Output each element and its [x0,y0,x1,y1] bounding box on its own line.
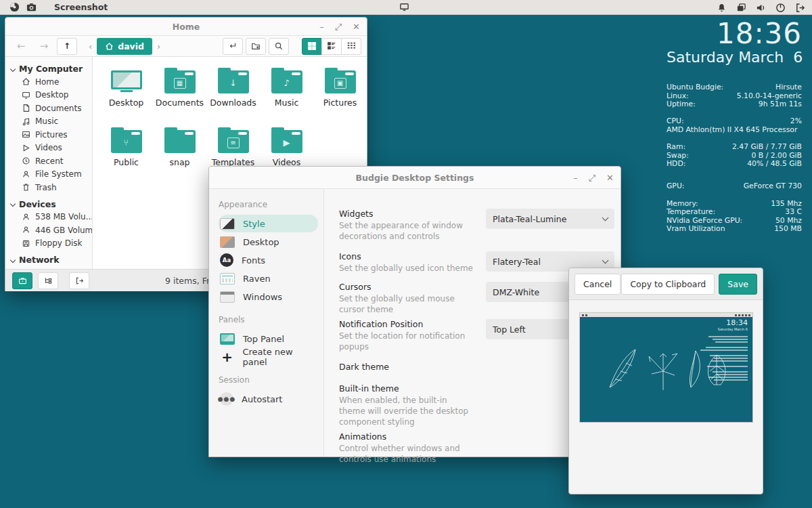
copy-to-clipboard-button[interactable]: Copy to Clipboard [621,274,715,295]
style-icon [220,218,235,230]
hide-sidebar-button[interactable] [69,272,89,289]
file-item-documents[interactable]: ▦ Documents [153,65,206,125]
close-button[interactable]: ✕ [353,22,360,31]
sidebar-item-trash[interactable]: Trash [11,181,92,194]
sidebar-item-videos[interactable]: Videos [11,142,92,155]
trash-icon [22,183,30,192]
sidebar-section-my-computer[interactable]: My Computer [11,62,92,75]
conky-value: 2% [790,117,802,125]
treeview-toggle-button[interactable] [38,272,58,289]
compact-view-button[interactable] [341,38,361,55]
conky-label: Vram Utilization [667,225,725,233]
screenshot-save-dialog: Cancel Copy to Clipboard Save 18:34 Satu… [568,268,763,494]
home-icon [105,42,114,51]
image-icon [22,130,30,139]
fm-titlebar[interactable]: Home – ⤢ ✕ [5,18,367,36]
grid-view-button[interactable] [302,38,322,55]
minimize-button[interactable]: – [573,173,578,182]
volume-icon[interactable] [756,3,766,13]
settings-item-windows[interactable]: Windows [219,288,318,305]
budgie-menu-icon[interactable] [9,2,20,12]
power-clock-icon[interactable] [775,3,786,13]
forward-button[interactable]: → [34,38,54,55]
folder-icon: ▦ [164,70,196,93]
file-item-public[interactable]: ⑂ Public [99,125,153,184]
file-item-desktop[interactable]: Desktop [99,65,153,125]
sidebar-item-pictures[interactable]: Pictures [11,128,92,142]
file-item-pictures[interactable]: ▣ Pictures [313,65,367,125]
setting-title-built-in-theme: Built-in theme [339,383,486,394]
sidebar-item-music[interactable]: Music [11,115,92,129]
back-button[interactable]: ← [11,38,31,55]
minimize-button[interactable]: – [319,22,324,31]
settings-item-fonts[interactable]: AaFonts [219,251,318,269]
sidebar-item-home[interactable]: Home [11,75,92,89]
list-view-button[interactable] [321,38,342,55]
sidebar-item-floppy-disk[interactable]: Floppy Disk [11,237,92,251]
sidebar-section-network[interactable]: Network [11,253,92,266]
top-panel-icon [220,333,235,345]
sidebar-item-documents[interactable]: Documents [11,102,92,115]
settings-item-top-panel[interactable]: Top Panel [219,330,318,347]
conky-label: GPU: [667,182,684,190]
settings-titlebar[interactable]: Budgie Desktop Settings – ⤢ ✕ [209,167,621,189]
sidebar-item-desktop[interactable]: Desktop [11,89,92,102]
places-icon [18,276,27,285]
drive-icon [22,213,30,221]
sidebar-item-446gb-volume[interactable]: 446 GB Volume [11,224,92,237]
settings-item-autostart[interactable]: ●●●Autostart [219,390,318,408]
places-toggle-button[interactable] [12,272,32,289]
sidebar-section-devices[interactable]: Devices [11,198,92,211]
chevron-down-icon [10,66,16,71]
logout-icon[interactable] [795,3,805,13]
conky-value: GeForce GT 730 [744,182,802,190]
dialog-headerbar[interactable]: Cancel Copy to Clipboard Save [569,268,763,300]
breadcrumb: ‹ david › [84,38,165,55]
location-entry-icon [228,41,238,51]
drive-icon [22,226,30,234]
setting-desc-icons: Set the globally used icon theme [339,263,474,274]
cpu-model: AMD Athlon(tm) II X4 645 Processor [667,126,802,134]
new-folder-button[interactable] [246,38,266,55]
settings-item-create-new-panel[interactable]: +Create new panel [219,348,318,366]
play-icon [22,144,30,152]
settings-item-style[interactable]: Style [219,215,318,232]
file-item-music[interactable]: ♪ Music [260,65,313,125]
save-button[interactable]: Save [719,274,757,295]
toggle-location-entry-button[interactable] [223,38,243,55]
conky-label: Ubuntu Budgie: [667,83,723,91]
file-item-snap[interactable]: snap [153,125,206,184]
cancel-button[interactable]: Cancel [574,274,621,295]
monitor-icon [22,91,30,100]
sidebar-item-538mb-volume[interactable]: 538 MB Volu... [11,211,92,224]
sidebar-item-network[interactable]: Network [11,266,92,269]
sidebar-item-file-system[interactable]: File System [11,168,92,182]
close-button[interactable]: ✕ [606,173,614,182]
settings-item-raven[interactable]: Raven [219,270,318,287]
folder-icon: ♪ [271,70,302,93]
home-icon [22,77,30,86]
active-app-title: Screenshot [54,2,108,12]
settings-item-desktop[interactable]: Desktop [219,233,318,251]
search-button[interactable] [269,38,289,55]
breadcrumb-right-chevron[interactable]: › [152,41,165,51]
display-applet-icon[interactable] [399,2,409,12]
file-item-downloads[interactable]: ↓ Downloads [206,65,260,125]
section-session: Session [219,375,318,387]
tree-view-icon [44,276,53,285]
settings-window-title: Budgie Desktop Settings [356,173,474,183]
notifications-bell-icon[interactable] [717,3,727,13]
workspaces-icon[interactable] [736,3,746,13]
desktop-folder-icon [111,70,142,93]
sidebar-item-recent[interactable]: Recent [11,154,92,168]
clock-time: 18:36 [667,19,802,49]
new-folder-icon [251,41,261,51]
maximize-button[interactable]: ⤢ [335,22,342,31]
view-toggle-group [302,38,361,55]
breadcrumb-home-david[interactable]: david [97,38,152,55]
maximize-button[interactable]: ⤢ [589,173,595,182]
widgets-theme-dropdown[interactable]: Plata-Teal-Lumine [486,209,614,229]
screenshot-app-icon[interactable] [26,2,37,12]
up-button[interactable]: ↑ [57,38,77,55]
breadcrumb-left-chevron[interactable]: ‹ [84,41,97,51]
